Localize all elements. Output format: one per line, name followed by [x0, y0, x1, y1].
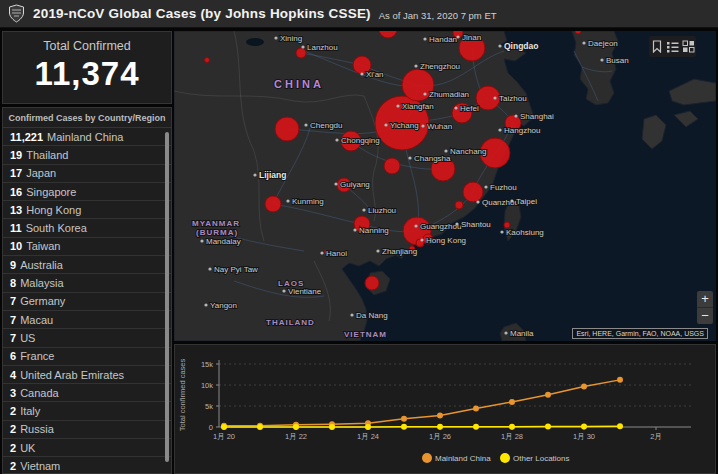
- city-label: Quanzhou: [482, 198, 519, 207]
- x-tick-label: 1月 30: [573, 432, 595, 441]
- data-point[interactable]: [545, 392, 551, 398]
- jhu-shield-icon: [8, 4, 25, 23]
- country-row[interactable]: 8Malaysia: [3, 274, 171, 292]
- city-label: Da Nang: [356, 311, 388, 320]
- as-of-date: As of Jan 31, 2020 7 pm ET: [379, 10, 497, 21]
- map-canvas[interactable]: XiningLanzhouCHINAXi'anZhengzhouHandanJi…: [174, 31, 716, 341]
- city-label: Zhengzhou: [420, 62, 460, 71]
- country-row[interactable]: 2Vietnam: [3, 457, 171, 474]
- app-header: 2019-nCoV Global Cases (by Johns Hopkins…: [0, 0, 718, 28]
- series-line-other-locations: [224, 426, 620, 427]
- country-name: Taiwan: [26, 240, 60, 252]
- map-attribution: Esri, HERE, Garmin, FAO, NOAA, USGS: [572, 328, 708, 339]
- city-label: Lanzhou: [307, 43, 338, 52]
- city-dot: [350, 313, 353, 316]
- country-row[interactable]: 3Canada: [3, 384, 171, 402]
- list-scrollbar[interactable]: [165, 132, 169, 462]
- case-circle[interactable]: [463, 182, 483, 202]
- data-point[interactable]: [545, 424, 551, 430]
- country-name: Italy: [20, 405, 40, 417]
- country-label: VIETNAM: [344, 330, 387, 339]
- country-row[interactable]: 11,221Mainland China: [3, 128, 171, 146]
- country-row[interactable]: 4United Arab Emirates: [3, 366, 171, 384]
- data-point[interactable]: [365, 424, 371, 430]
- country-name: Hong Kong: [26, 204, 81, 216]
- city-dot: [208, 267, 211, 270]
- country-row[interactable]: 2Russia: [3, 421, 171, 439]
- country-row[interactable]: 10Taiwan: [3, 238, 171, 256]
- legend-label[interactable]: Other Locations: [513, 454, 569, 463]
- country-row[interactable]: 11South Korea: [3, 219, 171, 237]
- x-tick-label: 1月 26: [429, 432, 451, 441]
- city-label: Hangzhou: [504, 126, 540, 135]
- country-row[interactable]: 19Thailand: [3, 146, 171, 164]
- legend-swatch[interactable]: [500, 453, 510, 463]
- zoom-in-button[interactable]: +: [697, 291, 713, 307]
- data-point[interactable]: [437, 413, 443, 419]
- country-row[interactable]: 13Hong Kong: [3, 201, 171, 219]
- data-point[interactable]: [581, 383, 587, 389]
- total-confirmed-value: 11,374: [3, 55, 171, 93]
- country-row[interactable]: 7Germany: [3, 293, 171, 311]
- zoom-out-button[interactable]: −: [697, 307, 713, 324]
- city-label: Kaohsiung: [506, 228, 544, 237]
- city-dot: [456, 35, 459, 38]
- country-row[interactable]: 6France: [3, 348, 171, 366]
- basemap-icon[interactable]: [682, 40, 695, 53]
- city-label: Guangzhou: [420, 222, 461, 231]
- city-label: Wuhan: [427, 122, 452, 131]
- data-point[interactable]: [401, 416, 407, 422]
- legend-label[interactable]: Mainland China: [435, 454, 491, 463]
- country-row[interactable]: 17Japan: [3, 165, 171, 183]
- data-point[interactable]: [473, 424, 479, 430]
- case-circle[interactable]: [575, 31, 581, 34]
- country-name: Russia: [20, 423, 54, 435]
- country-label: THAILAND: [266, 318, 315, 327]
- y-axis-label: Total confirmed cases: [178, 358, 187, 431]
- case-circle[interactable]: [265, 196, 281, 212]
- map-panel[interactable]: XiningLanzhouCHINAXi'anZhengzhouHandanJi…: [174, 31, 716, 341]
- data-point[interactable]: [293, 424, 299, 430]
- country-row[interactable]: 2UK: [3, 439, 171, 457]
- city-label: Zhumadian: [429, 90, 469, 99]
- city-dot: [423, 92, 426, 95]
- data-point[interactable]: [617, 377, 623, 383]
- country-label: (BURMA): [196, 228, 238, 237]
- case-circle[interactable]: [384, 158, 400, 174]
- data-point[interactable]: [509, 424, 515, 430]
- data-point[interactable]: [473, 405, 479, 411]
- data-point[interactable]: [329, 424, 335, 430]
- city-dot: [498, 128, 501, 131]
- city-dot: [353, 228, 356, 231]
- country-row[interactable]: 7US: [3, 329, 171, 347]
- city-label: Nanning: [359, 226, 389, 235]
- x-tick-label: 1月 20: [213, 432, 235, 441]
- data-point[interactable]: [581, 424, 587, 430]
- city-dot: [514, 114, 517, 117]
- country-row[interactable]: 9Australia: [3, 256, 171, 274]
- timeline-chart-panel: 05k10k15k1月 201月 221月 241月 261月 281月 302…: [174, 344, 716, 474]
- country-row[interactable]: 2Italy: [3, 402, 171, 420]
- data-point[interactable]: [257, 424, 263, 430]
- data-point[interactable]: [401, 424, 407, 430]
- city-label: Vientiane: [288, 287, 322, 296]
- legend-swatch[interactable]: [422, 453, 432, 463]
- city-dot: [600, 58, 603, 61]
- city-dot: [335, 138, 338, 141]
- legend-icon[interactable]: [666, 41, 679, 53]
- city-dot: [455, 222, 458, 225]
- country-row[interactable]: 7Macau: [3, 311, 171, 329]
- city-dot: [423, 37, 426, 40]
- country-row[interactable]: 16Singapore: [3, 183, 171, 201]
- case-circle[interactable]: [275, 117, 299, 141]
- case-circle[interactable]: [365, 276, 379, 290]
- case-circle[interactable]: [205, 58, 210, 63]
- case-circle[interactable]: [455, 201, 463, 209]
- data-point[interactable]: [509, 399, 515, 405]
- case-circle[interactable]: [296, 48, 306, 58]
- data-point[interactable]: [221, 424, 227, 430]
- data-point[interactable]: [437, 424, 443, 430]
- y-tick-label: 0: [209, 423, 213, 432]
- data-point[interactable]: [617, 423, 623, 429]
- bookmark-icon[interactable]: [651, 40, 663, 53]
